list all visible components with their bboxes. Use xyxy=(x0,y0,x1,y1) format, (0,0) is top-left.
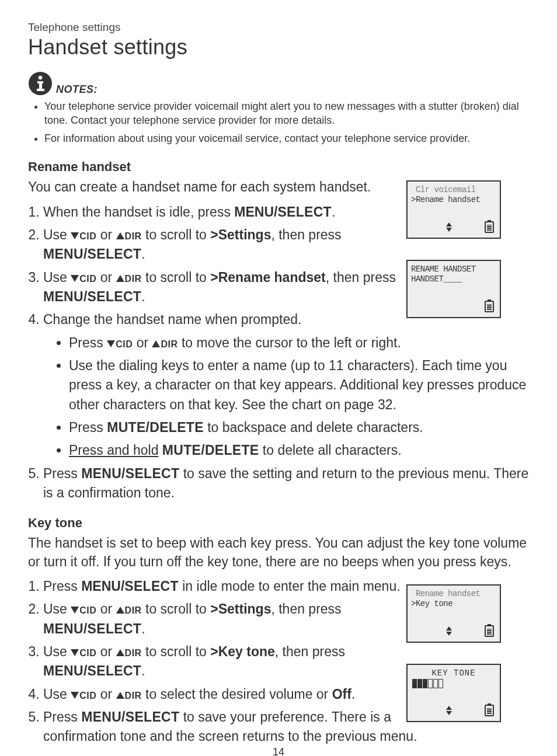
page-title: Handset settings xyxy=(28,35,529,60)
step-item: Use CID or DIR to select the desired vol… xyxy=(43,685,426,704)
down-triangle-icon xyxy=(71,692,79,699)
step-item: Press MENU/SELECT in idle mode to enter … xyxy=(43,577,426,596)
up-down-arrows-icon xyxy=(446,706,452,715)
step-text: Press xyxy=(43,579,81,594)
menu-key-label: MENU/ xyxy=(234,204,277,220)
step-text: or xyxy=(96,601,116,616)
menu-select-key-label: MENU/SELECT xyxy=(43,289,141,304)
step-text: Use xyxy=(43,644,71,659)
dir-key-label: DIR xyxy=(125,691,142,701)
select-key-label: SELECT xyxy=(124,579,179,594)
step-text: Use xyxy=(43,601,71,616)
menu-target: >Key tone xyxy=(210,644,275,659)
lcd-status-row xyxy=(408,301,500,312)
notes-list: Your telephone service provider voicemai… xyxy=(28,99,529,145)
step-item: Use CID or DIR to scroll to >Settings, t… xyxy=(43,225,426,264)
step-text: , then press xyxy=(275,644,345,659)
menu-select-key-label: MENU/SELECT xyxy=(81,709,179,724)
up-triangle-icon xyxy=(116,692,124,699)
lcd-screen-rename-edit: RENAME HANDSET HANDSET____ xyxy=(406,260,501,318)
step-item: Press MENU/SELECT to save your preferenc… xyxy=(43,708,426,747)
lcd-line: Clr voicemail xyxy=(411,185,496,195)
volume-bars-icon xyxy=(412,680,496,688)
step-text: to scroll to xyxy=(142,644,211,659)
down-triangle-icon xyxy=(107,340,115,347)
step-item: Change the handset name when prompted. P… xyxy=(43,310,529,460)
cid-key-label: CID xyxy=(79,605,96,615)
notes-header: NOTES: xyxy=(28,71,529,96)
lcd-screen-keytone-volume: KEY TONE xyxy=(406,664,501,722)
step-text: , then press xyxy=(271,601,341,616)
rename-substeps: Press CID or DIR to move the cursor to t… xyxy=(56,333,529,461)
lcd-line-selected: >Rename handset xyxy=(411,195,496,205)
step-text: in idle mode to enter the main menu. xyxy=(179,579,401,594)
up-down-arrows-icon xyxy=(446,222,452,232)
step-text: When the handset is idle, press xyxy=(43,204,234,220)
dir-key-label: DIR xyxy=(125,231,142,241)
up-triangle-icon xyxy=(116,275,124,282)
step-text: , then press xyxy=(326,270,396,285)
step-item: Use CID or DIR to scroll to >Rename hand… xyxy=(43,268,426,307)
step-text: or xyxy=(96,227,116,242)
step-text: , then press xyxy=(271,227,341,242)
step-text: Press xyxy=(43,466,81,481)
step-text: or xyxy=(133,335,152,350)
keytone-section: Rename handset >Key tone KEY TONE Key to… xyxy=(28,515,529,746)
step-text: Use xyxy=(43,227,71,242)
step-text: or xyxy=(96,644,116,659)
step-text-underlined: Press and hold xyxy=(69,443,158,458)
step-text: to scroll to xyxy=(142,601,211,616)
down-triangle-icon xyxy=(71,232,79,239)
menu-target: >Settings xyxy=(210,227,271,242)
dir-key-label: DIR xyxy=(125,605,142,615)
substep-item: Press and hold MUTE/DELETE to delete all… xyxy=(69,441,529,460)
up-triangle-icon xyxy=(116,607,124,614)
step-text: or xyxy=(96,270,116,285)
step-text: to delete all characters. xyxy=(259,443,401,458)
mute-delete-key-label: MUTE/DELETE xyxy=(107,420,204,435)
battery-icon xyxy=(485,221,494,233)
battery-icon xyxy=(485,625,494,637)
menu-select-key-label: MENU/SELECT xyxy=(43,621,141,636)
cid-key-label: CID xyxy=(79,274,96,284)
substep-item: Press MUTE/DELETE to backspace and delet… xyxy=(69,418,529,437)
select-key-label: SELECT xyxy=(277,204,332,220)
step-text: Change the handset name when prompted. xyxy=(43,312,301,327)
step-text: to backspace and delete characters. xyxy=(204,420,423,435)
lcd-line-selected: >Key tone xyxy=(411,599,496,609)
lcd-line: RENAME HANDSET xyxy=(411,264,496,274)
step-text: Use xyxy=(43,270,71,285)
substep-item: Use the dialing keys to enter a name (up… xyxy=(69,356,529,414)
lcd-status-row xyxy=(408,625,500,637)
step-text: to select the desired volume or xyxy=(142,687,332,702)
up-triangle-icon xyxy=(152,340,160,347)
rename-heading: Rename handset xyxy=(28,159,529,175)
menu-select-key-label: MENU/SELECT xyxy=(43,246,141,262)
notes-label: NOTES: xyxy=(56,83,98,96)
cid-key-label: CID xyxy=(116,339,133,349)
svg-point-1 xyxy=(39,76,43,80)
note-item: For information about using your voicema… xyxy=(44,131,529,145)
page-number: 14 xyxy=(0,746,557,756)
rename-steps: When the handset is idle, press MENU/SEL… xyxy=(28,203,529,503)
step-text: Use xyxy=(43,687,71,702)
step-text: or xyxy=(96,687,116,702)
up-down-arrows-icon xyxy=(446,626,452,636)
cid-key-label: CID xyxy=(79,648,96,658)
info-icon xyxy=(28,71,53,96)
menu-select-key-label: MENU/SELECT xyxy=(81,466,179,481)
battery-icon xyxy=(485,301,494,312)
menu-target: >Settings xyxy=(210,601,271,616)
page: Telephone settings Handset settings NOTE… xyxy=(0,0,557,756)
step-text: Press xyxy=(69,335,107,350)
rename-section: Clr voicemail >Rename handset RENAME HAN… xyxy=(28,159,529,503)
cid-key-label: CID xyxy=(79,231,96,241)
keytone-intro: The handset is set to beep with each key… xyxy=(28,534,529,571)
lcd-line: KEY TONE xyxy=(411,668,496,678)
lcd-status-row xyxy=(408,705,500,716)
lcd-screen-keytone-menu: Rename handset >Key tone xyxy=(406,584,501,643)
dir-key-label: DIR xyxy=(125,274,142,284)
lcd-line: Rename handset xyxy=(411,589,496,599)
step-text: to scroll to xyxy=(142,227,211,242)
section-label: Telephone settings xyxy=(28,21,529,34)
